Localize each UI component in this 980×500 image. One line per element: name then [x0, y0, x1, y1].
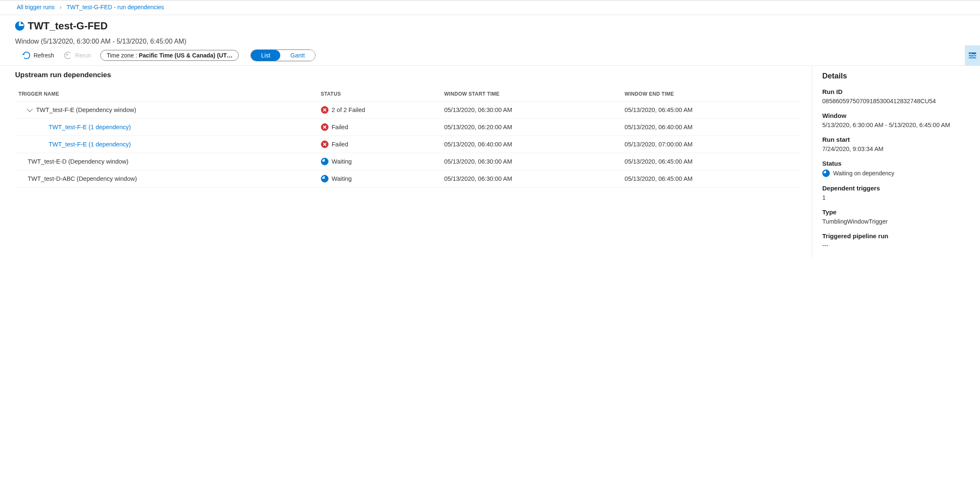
col-window-end[interactable]: WINDOW END TIME — [621, 87, 802, 102]
clock-icon — [321, 158, 328, 165]
view-toggle: List Gantt — [250, 49, 315, 61]
refresh-label: Refresh — [34, 52, 54, 59]
view-list-button[interactable]: List — [251, 50, 280, 61]
status-label: Status — [822, 160, 970, 167]
run-id-value: 08586059750709185300412832748CU54 — [822, 98, 970, 104]
clock-icon — [321, 175, 328, 182]
window-start: 05/13/2020, 06:40:00 AM — [441, 136, 621, 153]
error-icon — [321, 141, 328, 148]
rerun-button: Rerun — [63, 50, 92, 61]
error-icon — [321, 106, 328, 114]
triggered-pipeline-label: Triggered pipeline run — [822, 232, 970, 240]
status-value: Waiting on dependency — [833, 170, 894, 177]
dependent-triggers-value: 1 — [822, 194, 970, 201]
window-end: 05/13/2020, 07:00:00 AM — [621, 136, 802, 153]
window-start: 05/13/2020, 06:20:00 AM — [441, 119, 621, 136]
window-end: 05/13/2020, 06:45:00 AM — [621, 170, 802, 188]
run-start-value: 7/24/2020, 9:03:34 AM — [822, 146, 970, 152]
view-gantt-button[interactable]: Gantt — [280, 50, 315, 61]
col-window-start[interactable]: WINDOW START TIME — [441, 87, 621, 102]
details-heading: Details — [822, 72, 970, 81]
table-row[interactable]: TWT_test-F-E (1 dependency)Failed05/13/2… — [15, 136, 802, 153]
col-status[interactable]: STATUS — [318, 87, 441, 102]
refresh-button[interactable]: Refresh — [22, 50, 55, 61]
window-value: 5/13/2020, 6:30:00 AM - 5/13/2020, 6:45:… — [822, 122, 970, 128]
dependencies-table: TRIGGER NAME STATUS WINDOW START TIME WI… — [15, 87, 802, 188]
upstream-heading: Upstream run dependencies — [15, 71, 802, 79]
window-label: Window — [822, 112, 970, 119]
trigger-name: TWT_test-E-D (Dependency window) — [28, 158, 128, 165]
status-text: Waiting — [332, 158, 352, 165]
window-start: 05/13/2020, 06:30:00 AM — [441, 170, 621, 188]
run-id-label: Run ID — [822, 88, 970, 95]
status-text: Failed — [332, 124, 349, 130]
timezone-prefix: Time zone : — [107, 52, 139, 59]
window-end: 05/13/2020, 06:45:00 AM — [621, 102, 802, 119]
breadcrumb: All trigger runs › TWT_test-G-FED - run … — [0, 0, 980, 15]
trigger-link[interactable]: TWT_test-F-E (1 dependency) — [49, 124, 131, 130]
chevron-down-icon[interactable] — [27, 106, 33, 112]
run-start-label: Run start — [822, 136, 970, 143]
table-row[interactable]: TWT_test-F-E (Dependency window)2 of 2 F… — [15, 102, 802, 119]
status-text: 2 of 2 Failed — [332, 107, 365, 113]
trigger-name: TWT_test-D-ABC (Dependency window) — [28, 175, 137, 182]
settings-panel-toggle[interactable] — [965, 45, 980, 65]
error-icon — [321, 123, 328, 131]
refresh-icon — [23, 52, 30, 59]
table-row[interactable]: TWT_test-E-D (Dependency window)Waiting0… — [15, 153, 802, 170]
window-end: 05/13/2020, 06:40:00 AM — [621, 119, 802, 136]
rerun-label: Rerun — [75, 52, 91, 59]
page-title: TWT_test-G-FED — [28, 20, 108, 32]
timezone-dropdown[interactable]: Time zone : Pacific Time (US & Canada) (… — [100, 50, 239, 61]
clock-icon — [15, 21, 24, 31]
status-text: Waiting — [332, 175, 352, 182]
timezone-value: Pacific Time (US & Canada) (UT… — [139, 52, 233, 59]
sliders-icon — [969, 52, 976, 58]
dependent-triggers-label: Dependent triggers — [822, 185, 970, 192]
rerun-icon — [64, 52, 72, 59]
breadcrumb-root-link[interactable]: All trigger runs — [17, 4, 55, 10]
type-label: Type — [822, 208, 970, 216]
type-value: TumblingWindowTrigger — [822, 218, 970, 225]
status-text: Failed — [332, 141, 349, 148]
table-row[interactable]: TWT_test-D-ABC (Dependency window)Waitin… — [15, 170, 802, 188]
breadcrumb-current: TWT_test-G-FED - run dependencies — [66, 4, 164, 10]
trigger-link[interactable]: TWT_test-F-E (1 dependency) — [49, 141, 131, 148]
breadcrumb-separator: › — [60, 4, 62, 10]
window-start: 05/13/2020, 06:30:00 AM — [441, 102, 621, 119]
trigger-name: TWT_test-F-E (Dependency window) — [36, 107, 136, 113]
window-end: 05/13/2020, 06:45:00 AM — [621, 153, 802, 170]
triggered-pipeline-value: --- — [822, 242, 970, 249]
table-row[interactable]: TWT_test-F-E (1 dependency)Failed05/13/2… — [15, 119, 802, 136]
window-start: 05/13/2020, 06:30:00 AM — [441, 153, 621, 170]
col-trigger-name[interactable]: TRIGGER NAME — [15, 87, 318, 102]
details-panel: Details Run ID 0858605975070918530041283… — [812, 66, 980, 259]
clock-icon — [822, 169, 830, 177]
window-range: Window (5/13/2020, 6:30:00 AM - 5/13/202… — [15, 38, 970, 45]
toolbar: Refresh Rerun Time zone : Pacific Time (… — [0, 45, 980, 66]
